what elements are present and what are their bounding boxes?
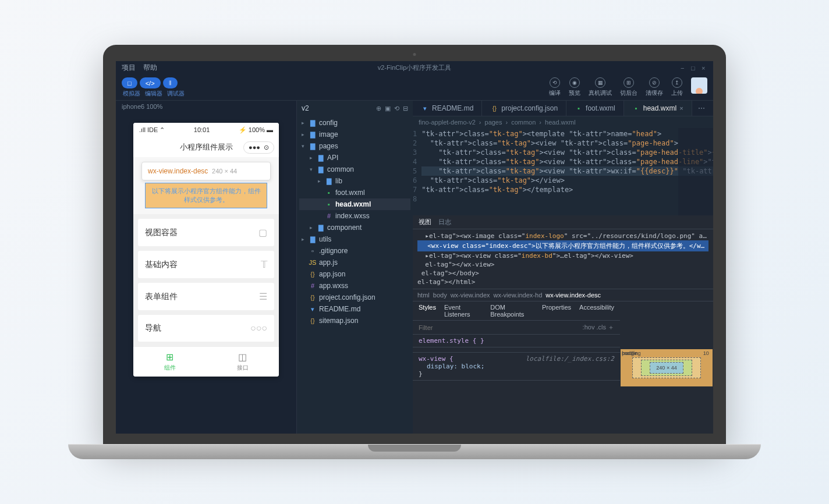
breadcrumb-item[interactable]: fino-applet-demo-v2 <box>419 119 476 126</box>
minimize-button[interactable]: − <box>681 65 686 70</box>
minimap[interactable] <box>678 128 713 215</box>
tree-node[interactable]: JSapp.js <box>299 257 410 268</box>
editor-tab[interactable]: ▪head.wxml× <box>624 101 692 116</box>
tab-filename: foot.wxml <box>586 104 615 112</box>
breadcrumb-item[interactable]: head.wxml <box>545 119 576 126</box>
file-name: API <box>327 154 338 162</box>
file-icon: ▇ <box>317 224 325 232</box>
element-line[interactable]: <wx-view class="index-desc">以下将展示小程序官方组件… <box>417 240 708 251</box>
avatar[interactable] <box>691 77 707 94</box>
mode-editor[interactable]: </> <box>140 77 161 88</box>
menu-item[interactable]: 视图容器▢ <box>138 219 274 246</box>
chevron-icon: ▾ <box>302 143 306 149</box>
tree-node[interactable]: ▾▇common <box>299 164 410 175</box>
code-line[interactable]: "tk-attr">class="tk-tag"><view "tk-attr"… <box>421 148 713 157</box>
tool-切后台[interactable]: ⊞切后台 <box>620 77 637 97</box>
style-tab[interactable]: Styles <box>419 304 436 318</box>
mode-simulator[interactable]: □ <box>122 77 137 88</box>
close-button[interactable]: × <box>702 65 707 70</box>
mode-debugger[interactable]: ⫴ <box>163 77 178 88</box>
tool-预览[interactable]: ◉预览 <box>569 77 580 97</box>
code-line[interactable]: "tk-attr">class="tk-tag"><template "tk-a… <box>421 129 713 139</box>
dom-crumb[interactable]: wx-view.index-hd <box>494 292 543 299</box>
collapse-icon[interactable]: ⊟ <box>403 105 408 112</box>
laptop-frame: 项目 帮助 v2-FinClip小程序开发工具 − □ × □ </> <box>103 45 726 459</box>
styles-filter-controls[interactable]: :hov .cls ＋ <box>583 323 614 332</box>
devtools-tab-log[interactable]: 日志 <box>438 218 451 226</box>
tool-清缓存[interactable]: ⊘清缓存 <box>646 77 663 97</box>
tool-label: 真机调试 <box>589 89 612 97</box>
tool-label: 编译 <box>549 89 561 97</box>
tree-node[interactable]: {}project.config.json <box>299 292 410 303</box>
tree-node[interactable]: ▪head.wxml <box>299 198 410 210</box>
menu-item[interactable]: 基础内容𝕋 <box>138 251 274 278</box>
maximize-button[interactable]: □ <box>691 65 697 70</box>
tree-node[interactable]: #app.wxss <box>299 280 410 292</box>
tree-node[interactable]: ▾README.md <box>299 303 410 315</box>
tool-icon: ⊞ <box>623 77 634 88</box>
code-line[interactable] <box>421 194 713 204</box>
dom-crumb[interactable]: body <box>433 292 447 299</box>
style-tab[interactable]: DOM Breakpoints <box>490 304 534 318</box>
tree-node[interactable]: ▫.gitignore <box>299 245 410 257</box>
menu-project[interactable]: 项目 <box>122 63 136 72</box>
tree-node[interactable]: {}app.json <box>299 268 410 280</box>
element-line[interactable]: el-tag"></html> <box>417 278 708 286</box>
window-title: v2-FinClip小程序开发工具 <box>378 63 452 72</box>
tool-上传[interactable]: ↥上传 <box>671 77 683 97</box>
menu-help[interactable]: 帮助 <box>143 63 157 72</box>
tree-node[interactable]: ▸▇config <box>299 117 410 129</box>
breadcrumb-item[interactable]: common <box>511 119 536 126</box>
file-name: config <box>319 119 338 127</box>
styles-filter-input[interactable] <box>419 323 499 332</box>
tool-label: 切后台 <box>620 89 637 97</box>
menu-item[interactable]: 导航○○○ <box>138 315 274 342</box>
status-signal: .ıll IDE ⌃ <box>139 126 165 134</box>
refresh-icon[interactable]: ⟲ <box>394 105 399 112</box>
tool-label: 预览 <box>569 89 580 97</box>
code-line[interactable]: "tk-attr">class="tk-tag"></template> <box>421 185 713 194</box>
close-icon[interactable]: × <box>679 105 683 112</box>
code-line[interactable]: "tk-attr">class="tk-tag"><view "tk-attr"… <box>421 139 713 148</box>
css-rule[interactable]: </span><div class="css-sel">.index-desc … <box>413 347 620 353</box>
style-tab[interactable]: Accessibility <box>579 304 614 318</box>
menu-item[interactable]: 表单组件☰ <box>138 283 274 310</box>
dom-crumb[interactable]: wx-view.index-desc <box>545 292 601 299</box>
devtools-tab-view[interactable]: 视图 <box>419 218 431 226</box>
tree-node[interactable]: ▸▇API <box>299 152 410 164</box>
new-folder-icon[interactable]: ▣ <box>385 105 391 112</box>
css-rule[interactable]: element.style { } <box>413 335 620 347</box>
element-line[interactable]: el-tag"></wx-view> <box>417 260 708 269</box>
tree-node[interactable]: {}sitemap.json <box>299 315 410 326</box>
tabbar-item[interactable]: ⊞组件 <box>133 347 206 377</box>
element-line[interactable]: el-tag"></body> <box>417 269 708 278</box>
tree-node[interactable]: ▸▇image <box>299 129 410 140</box>
code-line[interactable]: "tk-attr">class="tk-tag"><view "tk-attr"… <box>421 166 713 176</box>
element-line[interactable]: ▸el-tag"><wx-image class="index-logo" sr… <box>417 232 708 240</box>
element-line[interactable]: ▸el-tag"><wx-view class="index-bd">…el-t… <box>417 251 708 260</box>
tool-编译[interactable]: ⟲编译 <box>549 77 561 97</box>
style-tab[interactable]: Event Listeners <box>444 304 482 318</box>
style-tab[interactable]: Properties <box>542 304 571 318</box>
breadcrumb-item[interactable]: pages <box>485 119 502 126</box>
tree-node[interactable]: #index.wxss <box>299 210 410 222</box>
tabs-more[interactable]: ⋯ <box>692 101 711 116</box>
capsule-menu[interactable]: ●●● ⊙ <box>243 141 274 154</box>
tree-node[interactable]: ▸▇utils <box>299 233 410 245</box>
tool-真机调试[interactable]: ▦真机调试 <box>589 77 612 97</box>
new-file-icon[interactable]: ⊕ <box>376 105 381 112</box>
editor-tab[interactable]: {}project.config.json <box>482 101 566 116</box>
code-line[interactable]: "tk-attr">class="tk-tag"></view> <box>421 176 713 185</box>
editor-tab[interactable]: ▪foot.wxml <box>566 101 624 116</box>
tree-node[interactable]: ▪foot.wxml <box>299 187 410 198</box>
selected-element[interactable]: 以下将展示小程序官方组件能力，组件样式仅供参考。 <box>145 183 267 208</box>
editor-tab[interactable]: ▾README.md <box>413 101 482 116</box>
dom-crumb[interactable]: html <box>417 292 430 299</box>
dom-crumb[interactable]: wx-view.index <box>451 292 490 299</box>
tree-node[interactable]: ▸▇component <box>299 222 410 233</box>
tree-node[interactable]: ▸▇lib <box>299 175 410 187</box>
tree-node[interactable]: ▾▇pages <box>299 140 410 152</box>
tabbar-item[interactable]: ◫接口 <box>206 347 279 377</box>
code-line[interactable]: "tk-attr">class="tk-tag"><view "tk-attr"… <box>421 157 713 166</box>
css-rule[interactable]: localfile:/_index.css:2wx-view {display:… <box>413 353 620 381</box>
